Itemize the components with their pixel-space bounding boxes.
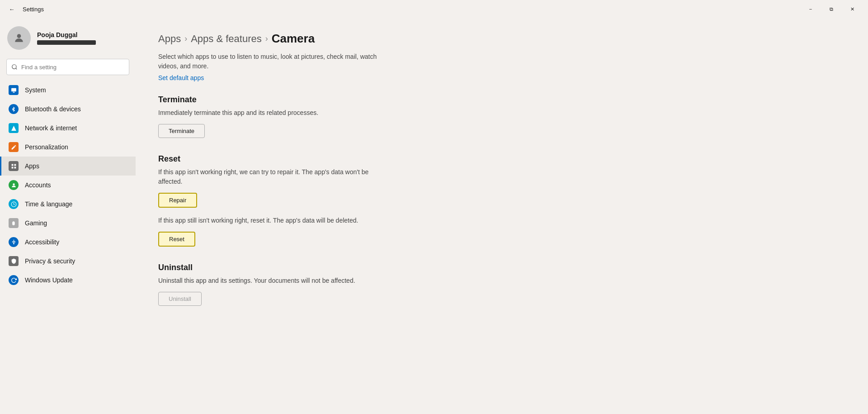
apps-label: Apps [25, 162, 39, 170]
back-button[interactable]: ← [5, 3, 18, 15]
app-body: Pooja Duggal System Bluetooth & de [0, 18, 868, 414]
network-icon [9, 123, 19, 133]
svg-point-1 [12, 65, 16, 69]
set-default-link[interactable]: Set default apps [158, 74, 204, 81]
nav-item-network[interactable]: Network & internet [0, 119, 136, 138]
nav-item-privacy[interactable]: Privacy & security [0, 252, 136, 271]
system-icon [9, 85, 19, 95]
search-icon [11, 64, 18, 70]
terminate-desc: Immediately terminate this app and its r… [158, 108, 393, 118]
gaming-icon [9, 218, 19, 228]
svg-rect-9 [11, 167, 13, 168]
breadcrumb-apps-features[interactable]: Apps & features [191, 33, 262, 45]
reset-title: Reset [158, 154, 845, 164]
minimize-button[interactable]: − [800, 2, 821, 16]
breadcrumb-apps[interactable]: Apps [158, 33, 181, 45]
avatar [7, 26, 31, 50]
personalization-icon [9, 142, 19, 152]
nav-item-personalization[interactable]: Personalization [0, 138, 136, 157]
network-label: Network & internet [25, 124, 77, 132]
nav-item-system[interactable]: System [0, 81, 136, 100]
bluetooth-icon [9, 104, 19, 114]
privacy-label: Privacy & security [25, 257, 75, 265]
user-name: Pooja Duggal [37, 31, 96, 38]
uninstall-button[interactable]: Uninstall [158, 292, 202, 306]
terminate-title: Terminate [158, 95, 845, 105]
nav-item-time[interactable]: Time & language [0, 195, 136, 214]
uninstall-title: Uninstall [158, 263, 845, 272]
svg-rect-3 [11, 88, 16, 91]
accounts-icon [9, 180, 19, 190]
window-controls: − ⧉ ✕ [800, 2, 863, 16]
svg-point-0 [17, 34, 21, 38]
terminate-button[interactable]: Terminate [158, 124, 205, 138]
nav-item-accounts[interactable]: Accounts [0, 176, 136, 195]
svg-rect-10 [14, 167, 16, 168]
terminate-section: Terminate Immediately terminate this app… [158, 95, 845, 138]
main-content: Apps › Apps & features › Camera Select w… [136, 18, 868, 414]
personalization-label: Personalization [25, 143, 68, 151]
repair-desc: If this app isn't working right, we can … [158, 167, 393, 186]
maximize-button[interactable]: ⧉ [821, 2, 842, 16]
nav-item-bluetooth[interactable]: Bluetooth & devices [0, 100, 136, 119]
system-label: System [25, 86, 46, 94]
uninstall-section: Uninstall Uninstall this app and its set… [158, 263, 845, 306]
svg-line-2 [16, 68, 17, 70]
svg-rect-7 [11, 164, 13, 166]
uninstall-desc: Uninstall this app and its settings. You… [158, 276, 393, 286]
accounts-label: Accounts [25, 181, 51, 189]
apps-icon [9, 161, 19, 171]
nav-item-apps[interactable]: Apps [0, 157, 136, 176]
time-icon [9, 199, 19, 209]
privacy-icon [9, 256, 19, 266]
update-label: Windows Update [25, 276, 73, 284]
nav-item-update[interactable]: Windows Update [0, 271, 136, 290]
update-icon [9, 275, 19, 285]
svg-point-11 [13, 183, 14, 185]
search-box[interactable] [6, 59, 129, 75]
close-button[interactable]: ✕ [842, 2, 863, 16]
accessibility-icon [9, 237, 19, 247]
bluetooth-label: Bluetooth & devices [25, 105, 81, 113]
accessibility-label: Accessibility [25, 238, 59, 246]
svg-rect-8 [14, 164, 16, 166]
user-profile[interactable]: Pooja Duggal [0, 22, 136, 57]
title-bar: ← Settings − ⧉ ✕ [0, 0, 868, 18]
title-bar-left: ← Settings [5, 3, 44, 15]
reset-button[interactable]: Reset [158, 232, 195, 247]
repair-button[interactable]: Repair [158, 193, 197, 208]
nav-item-accessibility[interactable]: Accessibility [0, 233, 136, 252]
gaming-label: Gaming [25, 219, 47, 227]
time-label: Time & language [25, 200, 72, 208]
app-title: Settings [23, 6, 44, 13]
breadcrumb-camera: Camera [272, 32, 315, 46]
svg-marker-6 [11, 126, 16, 131]
svg-point-13 [13, 240, 14, 241]
nav-item-gaming[interactable]: Gaming [0, 214, 136, 233]
search-input[interactable] [21, 64, 124, 71]
reset-desc: If this app still isn't working right, r… [158, 216, 393, 225]
reset-section: Reset If this app isn't working right, w… [158, 154, 845, 247]
sidebar: Pooja Duggal System Bluetooth & de [0, 18, 136, 414]
page-subtitle: Select which apps to use to listen to mu… [158, 52, 393, 71]
breadcrumb: Apps › Apps & features › Camera [158, 32, 845, 46]
user-name-redacted [37, 40, 96, 45]
